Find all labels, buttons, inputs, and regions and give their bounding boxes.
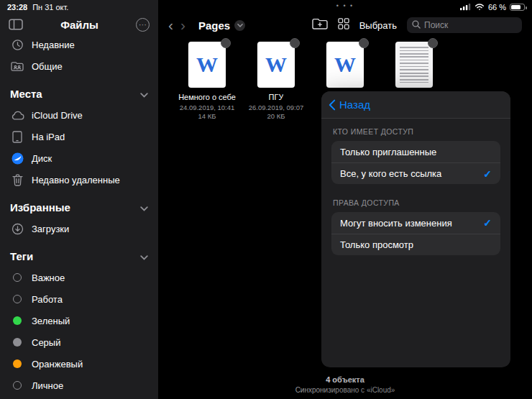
file-name: ПГУ	[269, 93, 284, 102]
option-invited-only[interactable]: Только приглашенные	[331, 141, 500, 162]
battery-percent: 66 %	[488, 3, 506, 12]
file-status-icon[interactable]	[359, 38, 369, 48]
option-view-only[interactable]: Только просмотр	[331, 234, 500, 255]
file-status-icon[interactable]	[221, 38, 231, 48]
word-badge: W	[265, 52, 287, 77]
shared-folder-icon	[10, 61, 24, 72]
sidebar-item-label: Работа	[32, 294, 63, 305]
tag-circle-icon	[13, 295, 22, 303]
wifi-icon	[474, 3, 485, 12]
status-footer: 4 объекта Синхронизировано с «iCloud»	[158, 375, 532, 394]
select-button[interactable]: Выбрать	[359, 20, 397, 31]
section-title-access: КТО ИМЕЕТ ДОСТУП	[333, 127, 499, 136]
sidebar-section-favorites[interactable]: Избранные	[0, 196, 158, 218]
tag-circle-icon	[13, 316, 22, 325]
sidebar-item-label: Недавно удаленные	[32, 175, 120, 185]
sidebar-item-recents[interactable]: Недавние	[0, 34, 158, 55]
sidebar-item-label: iCloud Drive	[32, 110, 83, 121]
sidebar-item-tag-work[interactable]: Работа	[0, 288, 158, 310]
grid-view-icon[interactable]	[338, 18, 349, 32]
sidebar-item-label: Загрузки	[32, 224, 69, 234]
chevron-down-icon	[140, 250, 148, 262]
cellular-signal-icon	[460, 3, 471, 12]
document-preview-lines	[400, 47, 428, 83]
section-title: Места	[10, 88, 42, 100]
sidebar-section-places[interactable]: Места	[0, 83, 158, 104]
sidebar-item-shared[interactable]: Общие	[0, 55, 158, 77]
section-title: Теги	[10, 250, 33, 262]
sidebar-item-label: Оранжевый	[32, 359, 83, 370]
folder-dropdown-chevron-icon[interactable]	[234, 20, 245, 31]
text-document-icon	[395, 42, 433, 88]
tag-circle-icon	[13, 338, 22, 347]
status-date: Пн 31 окт.	[32, 3, 68, 12]
more-options-icon[interactable]: ⋯	[136, 18, 150, 32]
share-options-popover: Назад КТО ИМЕЕТ ДОСТУП Только приглашенн…	[321, 91, 510, 367]
checkmark-icon: ✓	[483, 217, 492, 229]
section-title: Избранные	[10, 201, 70, 214]
sidebar-item-label: Диск	[32, 153, 52, 164]
sidebar-item-label: Общие	[32, 61, 63, 72]
current-folder-title[interactable]: Pages	[198, 19, 245, 32]
item-count: 4 объекта	[158, 375, 532, 384]
tag-circle-icon	[13, 359, 22, 368]
sidebar-item-tag-personal[interactable]: Личное	[0, 375, 158, 396]
word-document-icon: W	[326, 42, 364, 88]
file-size: 20 КБ	[249, 112, 304, 121]
permission-options-group: Могут вносить изменения ✓ Только просмот…	[331, 212, 500, 255]
sync-status: Синхронизировано с «iCloud»	[158, 386, 532, 394]
sidebar-header: Файлы ⋯	[0, 15, 158, 34]
sidebar-title: Файлы	[23, 19, 136, 31]
sidebar-item-tag-gray[interactable]: Серый	[0, 331, 158, 353]
file-date: 24.09.2019, 10:41	[180, 104, 235, 112]
search-field[interactable]	[407, 17, 522, 33]
sidebar-item-label: Недавние	[32, 40, 75, 50]
word-document-icon: W	[257, 42, 295, 88]
chevron-down-icon	[140, 88, 148, 100]
sidebar-item-tag-orange[interactable]: Оранжевый	[0, 353, 158, 375]
word-badge: W	[334, 52, 356, 77]
sidebar-toggle-icon[interactable]	[9, 19, 23, 30]
search-input[interactable]	[424, 20, 517, 30]
file-item[interactable]: W ПГУ 26.09.2019, 09:07 20 КБ	[242, 42, 311, 121]
sidebar-item-tag-important[interactable]: Важное	[0, 267, 158, 288]
access-options-group: Только приглашенные Все, у кого есть ссы…	[331, 141, 500, 184]
sidebar-item-downloads[interactable]: Загрузки	[0, 218, 158, 239]
new-folder-icon[interactable]	[312, 18, 328, 33]
back-chevron-icon[interactable]: ‹	[168, 17, 173, 33]
trash-icon	[10, 174, 24, 186]
file-date: 26.09.2019, 09:07	[249, 104, 304, 112]
sidebar-item-label: Серый	[32, 337, 60, 348]
disk-icon	[10, 152, 24, 165]
file-status-icon[interactable]	[290, 38, 300, 48]
sidebar-section-tags[interactable]: Теги	[0, 245, 158, 267]
sidebar-item-tag-green[interactable]: Зеленый	[0, 310, 158, 331]
cloud-icon	[10, 111, 24, 120]
sidebar-item-recently-deleted[interactable]: Недавно удаленные	[0, 169, 158, 191]
option-anyone-with-link[interactable]: Все, у кого есть ссылка ✓	[331, 162, 500, 184]
file-status-icon[interactable]	[428, 38, 438, 48]
toolbar: ‹ › Pages Выбрать	[158, 16, 532, 35]
sidebar-item-label: Личное	[32, 380, 63, 391]
file-item[interactable]: W Немного о себе 24.09.2019, 10:41 14 КБ	[173, 42, 242, 121]
option-can-edit[interactable]: Могут вносить изменения ✓	[331, 212, 500, 234]
sidebar-item-disk[interactable]: Диск	[0, 147, 158, 169]
ipad-icon	[10, 131, 24, 143]
popover-header: Назад	[321, 91, 510, 119]
battery-icon	[510, 4, 525, 11]
word-document-icon: W	[188, 42, 226, 88]
word-badge: W	[196, 52, 218, 77]
clock-icon	[10, 39, 24, 51]
file-size: 14 КБ	[180, 112, 235, 121]
sidebar-item-icloud-drive[interactable]: iCloud Drive	[0, 104, 158, 126]
forward-chevron-icon[interactable]: ›	[180, 17, 185, 33]
search-icon	[412, 19, 421, 32]
back-button[interactable]: Назад	[329, 98, 370, 111]
sidebar: Файлы ⋯ Недавние Общие Места	[0, 0, 158, 399]
back-chevron-icon	[329, 99, 336, 111]
sidebar-item-on-ipad[interactable]: На iPad	[0, 126, 158, 147]
tag-circle-icon	[13, 273, 22, 282]
sidebar-item-label: На iPad	[32, 132, 65, 142]
file-name: Немного о себе	[178, 93, 236, 102]
download-icon	[10, 223, 24, 235]
